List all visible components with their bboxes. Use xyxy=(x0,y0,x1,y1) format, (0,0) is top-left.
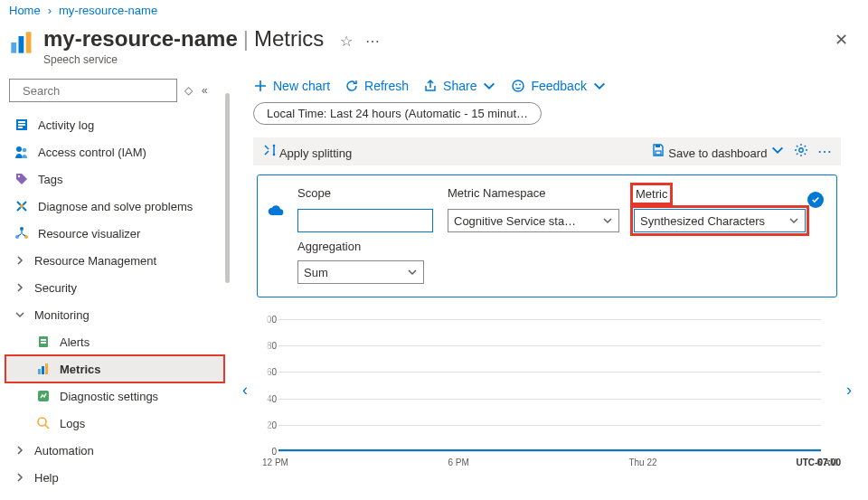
sidebar-item-metrics[interactable]: Metrics xyxy=(5,355,224,382)
svg-point-23 xyxy=(38,418,46,426)
chart-ytick: 0 xyxy=(259,447,277,457)
chart-timezone: UTC-07:00 xyxy=(797,458,841,467)
cloud-icon xyxy=(267,204,285,217)
resource-visualizer-icon xyxy=(14,226,29,241)
metrics-toolbar: New chart Refresh Share Feedback xyxy=(253,75,868,102)
save-to-dashboard-button[interactable]: Save to dashboard xyxy=(651,143,785,160)
chart-gridline xyxy=(278,425,821,426)
sidebar-item-label: Diagnostic settings xyxy=(60,390,158,403)
refresh-icon xyxy=(344,79,359,93)
metrics-hero-icon xyxy=(9,30,34,55)
scope-input[interactable] xyxy=(297,209,433,232)
metric-value: Synthesized Characters xyxy=(640,214,765,228)
svg-point-13 xyxy=(20,227,24,231)
svg-point-9 xyxy=(16,146,22,152)
svg-rect-8 xyxy=(18,127,23,128)
breadcrumb-home[interactable]: Home xyxy=(9,4,41,17)
favorite-star-icon[interactable]: ☆ xyxy=(340,33,353,50)
feedback-button[interactable]: Feedback xyxy=(511,79,606,93)
aggregation-select[interactable]: Sum xyxy=(297,260,424,284)
chevron-right-icon xyxy=(14,445,25,456)
sidebar-item-resource-visualizer[interactable]: Resource visualizer xyxy=(5,220,224,247)
alerts-icon xyxy=(36,335,51,349)
namespace-select[interactable]: Cognitive Service sta… xyxy=(448,209,619,232)
diagnostic-settings-icon xyxy=(36,389,51,403)
apply-splitting-button[interactable]: Apply splitting xyxy=(262,143,352,160)
metrics-icon xyxy=(36,362,51,376)
chart-gridline xyxy=(278,345,821,346)
svg-rect-20 xyxy=(42,366,44,374)
sidebar-item-access-control[interactable]: Access control (IAM) xyxy=(5,138,224,165)
time-range-pill[interactable]: Local Time: Last 24 hours (Automatic - 1… xyxy=(253,102,542,125)
sidebar-section-automation[interactable]: Automation xyxy=(5,437,224,464)
svg-rect-1 xyxy=(19,36,24,53)
share-button[interactable]: Share xyxy=(423,79,496,93)
breadcrumb: Home › my-resource-name xyxy=(0,0,868,23)
sidebar-item-label: Access control (IAM) xyxy=(38,146,146,159)
settings-gear-icon[interactable] xyxy=(794,143,808,160)
sidebar-item-logs[interactable]: Logs xyxy=(5,410,224,437)
svg-line-24 xyxy=(45,425,49,429)
svg-rect-7 xyxy=(18,124,25,126)
svg-rect-6 xyxy=(18,121,25,123)
sidebar-item-tags[interactable]: Tags xyxy=(5,165,224,193)
sidebar-scrollbar[interactable] xyxy=(224,75,231,500)
sidebar-section-label: Monitoring xyxy=(34,308,90,322)
aggregation-label: Aggregation xyxy=(297,240,433,253)
sidebar-item-label: Activity log xyxy=(38,118,94,132)
sidebar-section-resource-mgmt[interactable]: Resource Management xyxy=(5,247,224,274)
chart-prev-icon[interactable]: ‹ xyxy=(242,381,248,400)
sidebar-item-diagnose[interactable]: Diagnose and solve problems xyxy=(5,193,224,220)
metric-select[interactable]: Synthesized Characters xyxy=(634,209,806,232)
page-title: my-resource-name xyxy=(43,26,238,52)
sidebar-collapse-icon[interactable]: « xyxy=(202,84,208,97)
sidebar-item-diagnostic-settings[interactable]: Diagnostic settings xyxy=(5,382,224,410)
more-ellipsis-icon[interactable]: ⋯ xyxy=(365,33,380,50)
confirm-check-icon[interactable] xyxy=(807,192,824,208)
chart-gridline xyxy=(278,319,821,320)
sidebar-section-label: Resource Management xyxy=(34,254,156,268)
sidebar-search-input[interactable] xyxy=(21,83,176,99)
diagnose-icon xyxy=(14,199,29,213)
chart-edge-fade xyxy=(821,316,841,448)
chart-actions-bar: Apply splitting Save to dashboard ⋯ xyxy=(253,137,841,165)
refresh-button[interactable]: Refresh xyxy=(344,79,409,93)
sidebar-item-activity-log[interactable]: Activity log xyxy=(5,111,224,138)
svg-rect-30 xyxy=(656,151,661,155)
svg-point-28 xyxy=(273,145,276,147)
sidebar: ◇ « Activity log Access control (IAM) Ta… xyxy=(0,75,224,500)
chart-edge-fade xyxy=(253,316,273,448)
sidebar-section-security[interactable]: Security xyxy=(5,274,224,301)
new-chart-button[interactable]: New chart xyxy=(253,79,330,93)
sidebar-search[interactable] xyxy=(9,79,177,102)
sidebar-section-label: Help xyxy=(34,471,59,485)
more-ellipsis-icon[interactable]: ⋯ xyxy=(817,143,832,160)
chart-series-line xyxy=(278,449,821,451)
sidebar-item-label: Alerts xyxy=(60,335,90,349)
chevron-right-icon xyxy=(14,255,25,266)
split-icon xyxy=(262,143,277,157)
chevron-down-icon xyxy=(14,309,25,320)
chevron-right-icon xyxy=(14,472,25,483)
feedback-label: Feedback xyxy=(531,79,586,93)
chevron-down-icon xyxy=(788,215,799,226)
aggregation-value: Sum xyxy=(304,266,328,279)
sidebar-filter-icon[interactable]: ◇ xyxy=(184,84,193,97)
sidebar-item-label: Diagnose and solve problems xyxy=(38,200,193,213)
breadcrumb-sep: › xyxy=(48,4,52,17)
sidebar-section-help[interactable]: Help xyxy=(5,464,224,491)
chart-next-icon[interactable]: › xyxy=(846,381,852,400)
metrics-chart: ‹ › 02040608010012 PM6 PMThu 226 AM UTC-… xyxy=(253,316,841,478)
sidebar-item-alerts[interactable]: Alerts xyxy=(5,328,224,355)
breadcrumb-resource[interactable]: my-resource-name xyxy=(59,4,157,17)
chart-gridline xyxy=(278,451,821,452)
chart-xtick: 6 PM xyxy=(448,458,469,467)
metric-label: Metric xyxy=(634,186,669,202)
time-range-label: Local Time: Last 24 hours (Automatic - 1… xyxy=(267,107,528,120)
chevron-down-icon xyxy=(407,267,418,278)
refresh-label: Refresh xyxy=(364,79,409,93)
close-icon[interactable]: ✕ xyxy=(829,26,854,53)
sidebar-section-monitoring[interactable]: Monitoring xyxy=(5,301,224,328)
share-icon xyxy=(423,79,438,93)
page-section: Metrics xyxy=(254,26,324,52)
